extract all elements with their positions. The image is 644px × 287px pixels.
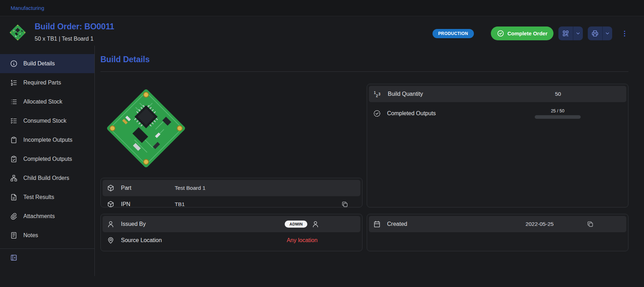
clock-check-icon <box>373 110 381 117</box>
part-link[interactable]: Test Board 1 <box>175 185 205 191</box>
sidebar-item-incomplete-outputs[interactable]: Incomplete Outputs <box>0 130 94 150</box>
detail-label: Build Quantity <box>388 90 494 98</box>
sidebar-item-attachments[interactable]: Attachments <box>0 207 94 226</box>
sidebar-item-label: Incomplete Outputs <box>23 137 72 143</box>
user-icon <box>107 220 115 228</box>
notes-icon <box>10 232 18 239</box>
sidebar-item-notes[interactable]: Notes <box>0 226 94 245</box>
detail-label: Issued By <box>121 220 248 228</box>
sidebar-item-label: Build Details <box>23 60 55 67</box>
sidebar-item-label: Attachments <box>23 213 55 219</box>
user-icon <box>312 220 319 228</box>
calendar-icon <box>373 220 381 228</box>
progress-label: 25 / 50 <box>551 109 564 113</box>
list-check-icon <box>10 117 18 125</box>
sidebar-item-label: Required Parts <box>23 80 61 86</box>
complete-order-button[interactable]: Complete Order <box>491 27 553 40</box>
issue-details-panel: Issued By ADMIN Source Location Any loca… <box>100 214 362 251</box>
copy-button[interactable] <box>341 200 349 207</box>
part-image[interactable] <box>100 84 192 173</box>
build-order-thumbnail-image[interactable] <box>8 23 27 42</box>
barcode-actions-caret[interactable] <box>573 27 583 40</box>
detail-label: IPN <box>121 200 175 207</box>
created-panel: Created 2022-05-25 <box>367 214 629 251</box>
sidebar-item-label: Completed Outputs <box>23 156 72 162</box>
detail-row-issued-by: Issued By ADMIN <box>103 216 360 232</box>
issued-by-badge: ADMIN <box>285 221 307 228</box>
created-value: 2022-05-25 <box>526 221 553 227</box>
chevron-down-icon <box>575 31 581 36</box>
map-pin-icon <box>107 236 115 244</box>
copy-icon <box>341 201 348 207</box>
main-panel: Build Details Part Test Board 1 IPN <box>95 46 644 276</box>
dots-vertical-icon <box>621 30 628 37</box>
sidebar-item-label: Notes <box>23 232 38 239</box>
clipboard-icon <box>10 136 18 144</box>
pcb-image <box>101 84 191 173</box>
sidebar-collapse-icon <box>10 254 18 262</box>
info-circle-icon <box>10 60 18 68</box>
page-subtitle: 50 x TB1 | Test Board 1 <box>35 36 114 42</box>
check-circle-icon <box>497 30 504 37</box>
breadcrumb: Manufacturing <box>0 0 644 16</box>
qr-code-icon <box>562 30 569 37</box>
build-quantity-value: 50 <box>555 91 561 97</box>
heading-divider <box>100 71 628 72</box>
sidebar-item-consumed-stock[interactable]: Consumed Stock <box>0 111 94 130</box>
test-report-icon <box>10 193 18 201</box>
page-header: Build Order: BO0011 50 x TB1 | Test Boar… <box>0 16 644 46</box>
detail-row-completed-outputs: Completed Outputs 25 / 50 <box>369 102 627 125</box>
detail-label: Part <box>121 184 175 192</box>
panel-heading: Build Details <box>100 55 628 64</box>
copy-icon <box>587 221 594 228</box>
print-actions-caret[interactable] <box>602 27 612 40</box>
sidebar-item-allocated-stock[interactable]: Allocated Stock <box>0 92 94 111</box>
completed-outputs-progress: 25 / 50 <box>535 109 581 119</box>
sidebar-collapse-button[interactable] <box>9 253 18 262</box>
list-numbers-icon <box>10 79 18 87</box>
clipboard-check-icon <box>10 155 18 163</box>
complete-order-label: Complete Order <box>507 30 547 36</box>
detail-label: Completed Outputs <box>387 110 493 117</box>
chevron-down-icon <box>605 31 610 36</box>
sitemap-icon <box>10 174 18 182</box>
status-badge: PRODUCTION <box>433 29 474 38</box>
print-actions-button[interactable] <box>588 27 612 40</box>
sidebar-item-label: Allocated Stock <box>23 99 62 105</box>
sidebar-item-required-parts[interactable]: Required Parts <box>0 73 94 92</box>
detail-row-created: Created 2022-05-25 <box>369 216 627 232</box>
source-location-value: Any location <box>287 237 318 244</box>
sidebar-item-label: Child Build Orders <box>23 175 69 181</box>
package-icon <box>107 200 115 207</box>
package-icon <box>107 184 115 192</box>
progress-bar <box>535 115 581 119</box>
detail-row-ipn: IPN TB1 <box>103 196 360 207</box>
sidebar-item-test-results[interactable]: Test Results <box>0 188 94 207</box>
detail-label: Source Location <box>121 236 248 244</box>
paperclip-icon <box>10 212 18 220</box>
build-quantity-panel: Build Quantity 50 Completed Outputs 25 /… <box>367 84 629 207</box>
sidebar-item-child-build-orders[interactable]: Child Build Orders <box>0 169 94 188</box>
sidebar-item-completed-outputs[interactable]: Completed Outputs <box>0 150 94 169</box>
sidebar-item-label: Test Results <box>23 194 54 200</box>
list-icon <box>10 98 18 106</box>
copy-button[interactable] <box>586 220 594 228</box>
sidebar: Build Details Required Parts Allocated S… <box>0 46 95 276</box>
printer-icon <box>591 30 599 37</box>
detail-row-source-location: Source Location Any location <box>103 232 360 248</box>
sidebar-item-label: Consumed Stock <box>23 118 66 124</box>
detail-row-build-quantity: Build Quantity 50 <box>369 86 627 102</box>
detail-value: TB1 <box>175 201 185 207</box>
detail-label: Created <box>387 220 493 228</box>
overflow-menu-button[interactable] <box>619 28 630 39</box>
sidebar-item-build-details[interactable]: Build Details <box>0 54 94 73</box>
detail-row-part: Part Test Board 1 <box>103 180 360 196</box>
barcode-actions-button[interactable] <box>558 27 583 40</box>
numbers-123-icon <box>373 90 382 98</box>
page-title: Build Order: BO0011 <box>35 22 114 31</box>
part-details-panel: Part Test Board 1 IPN TB1 Status PRODUCT… <box>100 178 362 207</box>
breadcrumb-link-manufacturing[interactable]: Manufacturing <box>11 5 44 11</box>
